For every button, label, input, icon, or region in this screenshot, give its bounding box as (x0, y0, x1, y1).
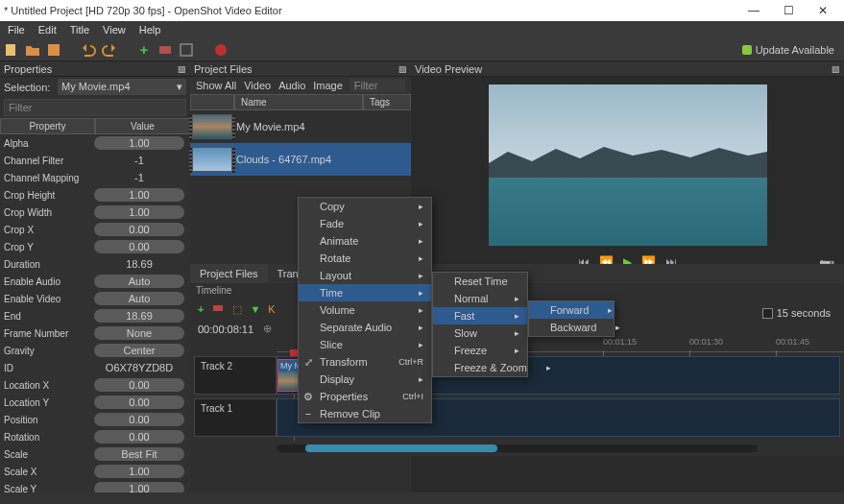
property-row[interactable]: Position0.00 (0, 411, 190, 428)
menu-item[interactable]: Slice▸ (299, 336, 431, 353)
menu-item[interactable]: Backward▸ (529, 319, 614, 336)
zoom-in-icon[interactable]: ⊕ (263, 323, 272, 335)
maximize-button[interactable]: ☐ (771, 4, 806, 17)
fullscreen-icon[interactable] (179, 42, 194, 58)
property-value[interactable]: 0.00 (94, 223, 184, 236)
property-value[interactable]: 1.00 (94, 465, 184, 478)
menu-item[interactable]: Fade▸ (299, 215, 431, 232)
property-value[interactable]: 18.69 (88, 258, 190, 270)
profile-icon[interactable] (157, 42, 173, 58)
menu-item[interactable]: Time▸ (299, 284, 431, 301)
property-row[interactable]: Duration18.69 (0, 255, 190, 273)
pf-tab-all[interactable]: Show All (196, 80, 236, 91)
pf-tab-audio[interactable]: Audio (278, 80, 305, 91)
property-row[interactable]: Crop X0.00 (0, 221, 190, 238)
property-value[interactable]: None (94, 326, 184, 340)
property-value[interactable]: -1 (88, 172, 190, 183)
property-value[interactable]: 1.00 (94, 482, 184, 492)
selection-combo[interactable]: My Movie.mp4▾ (58, 79, 186, 95)
menu-item[interactable]: Animate▸ (299, 232, 431, 250)
menu-file[interactable]: File (2, 22, 31, 37)
file-row[interactable]: My Movie.mp4 (190, 110, 411, 143)
menu-item[interactable]: Freeze & Zoom▸ (433, 359, 527, 376)
property-row[interactable]: GravityCenter (0, 342, 190, 359)
menu-item[interactable]: ⤢TransformCtrl+R (299, 353, 431, 371)
snap-icon[interactable]: ⬚ (232, 303, 242, 316)
property-value[interactable]: 0.00 (94, 413, 184, 426)
add-track-icon[interactable]: + (198, 303, 204, 315)
menu-item[interactable]: Copy▸ (299, 198, 431, 215)
property-value[interactable]: 0.00 (94, 378, 184, 392)
col-property[interactable]: Property (0, 118, 95, 134)
menu-item[interactable]: Display▸ (299, 371, 431, 388)
property-value[interactable]: 0.00 (94, 396, 184, 409)
property-row[interactable]: Channel Filter-1 (0, 152, 190, 169)
property-row[interactable]: Frame NumberNone (0, 324, 190, 342)
razor-icon[interactable] (211, 301, 225, 317)
property-value[interactable]: Center (94, 344, 184, 357)
track-label[interactable]: Track 1 (194, 398, 277, 437)
property-value[interactable]: 0.00 (94, 430, 184, 444)
panel-close-icon[interactable]: ▧ (178, 64, 186, 74)
update-available[interactable]: Update Available (742, 44, 840, 56)
menu-item[interactable]: Rotate▸ (299, 250, 431, 267)
menu-item[interactable]: Slow▸ (433, 324, 527, 342)
property-value[interactable]: Auto (94, 292, 184, 305)
property-row[interactable]: End18.69 (0, 307, 190, 324)
pf-tab-image[interactable]: Image (313, 80, 343, 91)
seconds-checkbox[interactable] (762, 308, 773, 319)
property-value[interactable]: Best Fit (94, 447, 184, 461)
minimize-button[interactable]: — (736, 4, 771, 17)
col-value[interactable]: Value (95, 118, 190, 134)
property-value[interactable]: 1.00 (94, 188, 184, 202)
property-row[interactable]: Channel Mapping-1 (0, 169, 190, 186)
property-row[interactable]: Enable AudioAuto (0, 273, 190, 290)
property-row[interactable]: Scale X1.00 (0, 463, 190, 480)
property-row[interactable]: Crop Height1.00 (0, 186, 190, 204)
pf-filter-input[interactable]: Filter (350, 79, 405, 92)
property-row[interactable]: ScaleBest Fit (0, 445, 190, 463)
open-project-icon[interactable] (25, 42, 40, 58)
marker-down-icon[interactable]: ▼ (250, 303, 260, 315)
tab-project-files[interactable]: Project Files (190, 264, 268, 283)
menu-item[interactable]: Fast▸ (433, 307, 527, 324)
menu-item[interactable]: Forward▸ (529, 301, 614, 319)
undo-icon[interactable] (81, 42, 96, 58)
menu-item[interactable]: Layout▸ (299, 267, 431, 284)
col-tags[interactable]: Tags (363, 94, 411, 110)
menu-item[interactable]: Reset Time (433, 273, 527, 290)
property-row[interactable]: Rotation0.00 (0, 428, 190, 445)
menu-view[interactable]: View (97, 22, 132, 37)
property-value[interactable]: 1.00 (94, 136, 184, 150)
import-icon[interactable]: + (136, 42, 152, 58)
menu-item[interactable]: Separate Audio▸ (299, 319, 431, 336)
menu-item[interactable]: ⚙PropertiesCtrl+I (299, 388, 431, 405)
video-preview[interactable] (489, 84, 767, 246)
property-row[interactable]: IDO6X78YZD8D (0, 359, 190, 376)
panel-close-icon[interactable]: ▧ (832, 64, 840, 74)
property-value[interactable]: 18.69 (94, 309, 184, 323)
properties-filter-input[interactable]: Filter (4, 99, 186, 116)
property-value[interactable]: 1.00 (94, 205, 184, 219)
menu-item[interactable]: Normal▸ (433, 290, 527, 307)
pf-tab-video[interactable]: Video (244, 80, 271, 91)
property-row[interactable]: Alpha1.00 (0, 134, 190, 152)
property-value[interactable]: -1 (88, 155, 190, 166)
timeline-scrollbar[interactable] (277, 444, 758, 452)
property-row[interactable]: Location X0.00 (0, 376, 190, 394)
property-row[interactable]: Scale Y1.00 (0, 480, 190, 492)
menu-item[interactable]: Volume▸ (299, 301, 431, 319)
property-value[interactable]: Auto (94, 275, 184, 288)
menu-help[interactable]: Help (133, 22, 167, 37)
save-project-icon[interactable] (46, 42, 61, 58)
property-row[interactable]: Crop Width1.00 (0, 204, 190, 221)
menu-item[interactable]: Freeze▸ (433, 342, 527, 359)
panel-close-icon[interactable]: ▧ (398, 64, 407, 74)
property-row[interactable]: Enable VideoAuto (0, 290, 190, 307)
menu-title[interactable]: Title (64, 22, 95, 37)
export-icon[interactable] (213, 42, 229, 58)
new-project-icon[interactable] (4, 42, 19, 58)
file-row[interactable]: Clouds - 64767.mp4 (190, 143, 411, 176)
property-row[interactable]: Crop Y0.00 (0, 238, 190, 255)
prev-marker-icon[interactable]: K (268, 303, 275, 315)
